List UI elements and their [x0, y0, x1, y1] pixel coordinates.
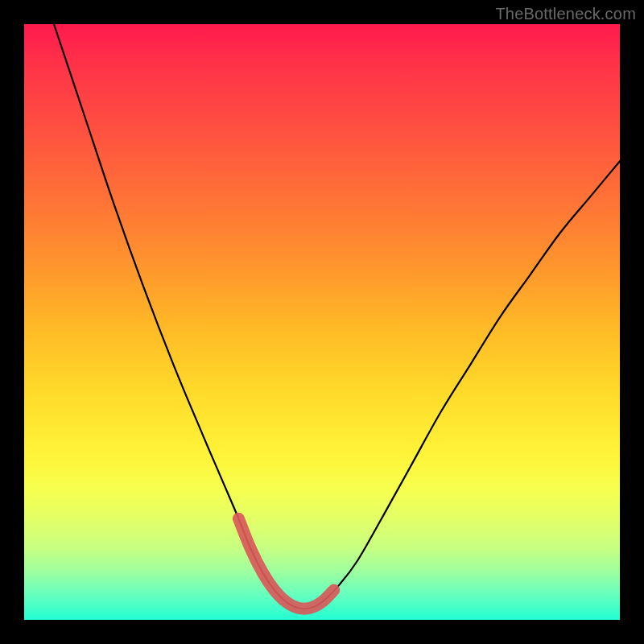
chart-plot-area — [24, 24, 620, 620]
watermark-text: TheBottleneck.com — [495, 5, 636, 23]
chart-frame: TheBottleneck.com — [0, 0, 644, 644]
bottleneck-curve — [54, 24, 620, 609]
sweet-spot-highlight — [238, 518, 333, 609]
